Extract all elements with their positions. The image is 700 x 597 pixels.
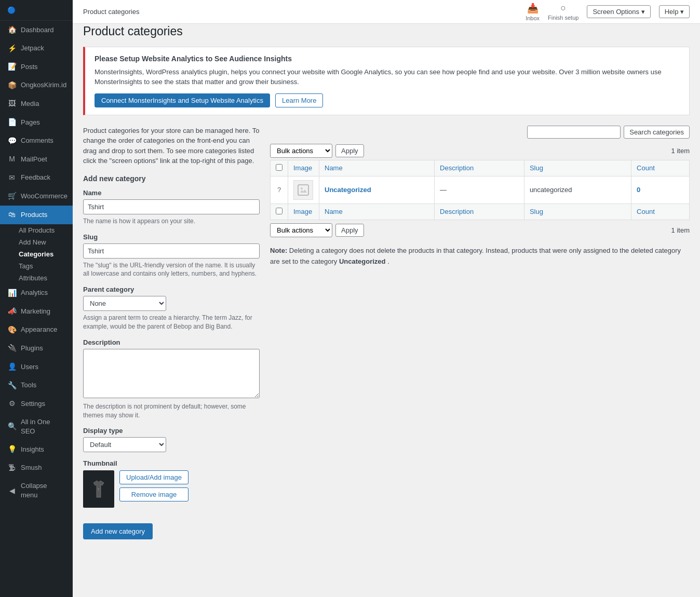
search-categories-button[interactable]: Search categories — [624, 126, 690, 139]
upload-image-button[interactable]: Upload/Add image — [119, 470, 189, 484]
foot-col-image[interactable]: Image — [288, 203, 319, 220]
row-description: — — [435, 176, 524, 203]
foot-col-description[interactable]: Description — [435, 203, 524, 220]
sidebar-item-appearance[interactable]: 🎨 Appearance — [0, 321, 73, 340]
row-image — [288, 176, 319, 203]
name-input[interactable] — [83, 199, 260, 214]
sidebar-label-products: Products — [21, 210, 47, 220]
slug-label: Slug — [83, 233, 260, 241]
sidebar-item-tags[interactable]: Tags — [19, 260, 73, 272]
search-categories-input[interactable] — [527, 126, 621, 139]
sidebar-item-smush[interactable]: 🗜 Smush — [0, 459, 73, 478]
bottom-bulk-bar: Bulk actions Apply 1 item — [270, 223, 690, 237]
header-bar: Product categories 📥 Inbox ○ Finish setu… — [73, 0, 700, 24]
page-content: Product categories Please Setup Website … — [73, 24, 700, 550]
sidebar-item-media[interactable]: 🖼 Media — [0, 94, 73, 113]
sidebar-item-tools[interactable]: 🔧 Tools — [0, 376, 73, 395]
sidebar-item-all-in-one-seo[interactable]: 🔍 All in One SEO — [0, 413, 73, 440]
mailpoet-icon: M — [7, 154, 17, 165]
bottom-bulk-actions-select[interactable]: Bulk actions — [270, 223, 332, 237]
row-count: 0 — [631, 176, 690, 203]
sidebar-item-plugins[interactable]: 🔌 Plugins — [0, 339, 73, 358]
finish-setup-label: Finish setup — [548, 15, 578, 21]
sidebar-item-users[interactable]: 👤 Users — [0, 358, 73, 376]
sidebar-item-products[interactable]: 🛍 Products — [0, 206, 73, 224]
banner-text: MonsterInsights, WordPress analytics plu… — [95, 67, 680, 87]
form-intro: Product categories for your store can be… — [83, 126, 260, 166]
category-name-link[interactable]: Uncategorized — [325, 186, 371, 194]
sidebar-item-add-new[interactable]: Add New — [19, 236, 73, 248]
slug-input[interactable] — [83, 243, 260, 259]
sidebar-label-feedback: Feedback — [21, 173, 50, 182]
learn-more-button[interactable]: Learn More — [275, 93, 323, 107]
finish-setup-icon: ○ — [560, 3, 566, 13]
sidebar-item-feedback[interactable]: ✉ Feedback — [0, 169, 73, 187]
display-type-select[interactable]: Default — [83, 437, 166, 452]
sidebar-item-comments[interactable]: 💬 Comments — [0, 132, 73, 151]
sidebar-item-ongkoskirim[interactable]: 📦 OngkosKirim.id — [0, 76, 73, 95]
appearance-icon: 🎨 — [7, 325, 17, 335]
select-all-checkbox[interactable] — [276, 164, 282, 171]
thumbnail-preview: T — [83, 470, 114, 508]
screen-options-button[interactable]: Screen Options ▾ — [587, 5, 650, 18]
header-title: Product categories — [83, 8, 139, 16]
finish-setup-button[interactable]: ○ Finish setup — [548, 3, 578, 21]
sidebar-item-categories[interactable]: Categories — [19, 248, 73, 260]
sidebar-item-jetpack[interactable]: ⚡ Jetpack — [0, 39, 73, 58]
parent-select[interactable]: None — [83, 296, 166, 311]
sidebar-item-all-products[interactable]: All Products — [19, 224, 73, 236]
header-actions: 📥 Inbox ○ Finish setup Screen Options ▾ … — [526, 3, 690, 21]
category-count-link[interactable]: 0 — [637, 186, 640, 194]
foot-col-count[interactable]: Count — [631, 203, 690, 220]
sidebar-item-analytics[interactable]: 📊 Analytics — [0, 284, 73, 303]
collapse-icon: ◀ — [7, 486, 17, 496]
remove-image-button[interactable]: Remove image — [119, 487, 189, 501]
col-description[interactable]: Description — [435, 160, 524, 176]
bottom-apply-button[interactable]: Apply — [335, 224, 364, 237]
col-name[interactable]: Name — [319, 160, 435, 176]
sidebar-item-pages[interactable]: 📄 Pages — [0, 113, 73, 132]
sidebar-item-posts[interactable]: 📝 Posts — [0, 58, 73, 76]
sidebar: 🔵 🏠 Dashboard ⚡ Jetpack 📝 Posts 📦 Ongkos… — [0, 0, 73, 597]
sidebar-label-jetpack: Jetpack — [21, 44, 44, 53]
note-box: Note: Deleting a category does not delet… — [270, 246, 690, 267]
sidebar-item-collapse[interactable]: ◀ Collapse menu — [0, 477, 73, 504]
col-image[interactable]: Image — [288, 160, 319, 176]
settings-icon: ⚙ — [7, 399, 17, 409]
categories-table: Image Name Description Slug Count ? — [270, 160, 690, 220]
col-slug[interactable]: Slug — [524, 160, 631, 176]
top-bulk-actions-select[interactable]: Bulk actions — [270, 144, 332, 158]
thumbnail-group: Thumbnail T Upload/Add image Remove imag… — [83, 459, 260, 508]
sidebar-item-mailpoet[interactable]: M MailPoet — [0, 150, 73, 169]
sidebar-label-tools: Tools — [21, 381, 36, 390]
tshirt-thumbnail-svg: T — [88, 479, 109, 499]
sidebar-label-analytics: Analytics — [21, 288, 48, 297]
table-header-row: Image Name Description Slug Count — [271, 160, 690, 176]
thumbnail-label: Thumbnail — [83, 459, 260, 467]
foot-col-name[interactable]: Name — [319, 203, 435, 220]
foot-col-slug[interactable]: Slug — [524, 203, 631, 220]
add-new-category-button[interactable]: Add new category — [83, 523, 153, 539]
sidebar-item-settings[interactable]: ⚙ Settings — [0, 395, 73, 413]
sidebar-item-insights[interactable]: 💡 Insights — [0, 440, 73, 459]
col-count[interactable]: Count — [631, 160, 690, 176]
thumbnail-area: T Upload/Add image Remove image — [83, 470, 260, 508]
inbox-button[interactable]: 📥 Inbox — [526, 3, 540, 21]
users-icon: 👤 — [7, 362, 17, 372]
sidebar-item-dashboard[interactable]: 🏠 Dashboard — [0, 21, 73, 39]
sidebar-label-plugins: Plugins — [21, 344, 43, 353]
right-column: Search categories Bulk actions Apply 1 i… — [270, 126, 690, 267]
sidebar-label-marketing: Marketing — [21, 307, 50, 316]
two-column-layout: Product categories for your store can be… — [83, 126, 690, 540]
description-textarea[interactable] — [83, 349, 260, 398]
connect-monsterinsights-button[interactable]: Connect MonsterInsights and Setup Websit… — [95, 93, 270, 107]
foot-select-all-checkbox[interactable] — [276, 208, 282, 214]
sidebar-item-marketing[interactable]: 📣 Marketing — [0, 302, 73, 321]
row-name: Uncategorized — [319, 176, 435, 203]
sidebar-label-seo: All in One SEO — [21, 417, 65, 436]
table-row: ? Un — [271, 176, 690, 203]
top-apply-button[interactable]: Apply — [335, 144, 364, 157]
help-button[interactable]: Help ▾ — [659, 5, 690, 18]
sidebar-item-woocommerce[interactable]: 🛒 WooCommerce — [0, 187, 73, 206]
sidebar-item-attributes[interactable]: Attributes — [19, 272, 73, 284]
